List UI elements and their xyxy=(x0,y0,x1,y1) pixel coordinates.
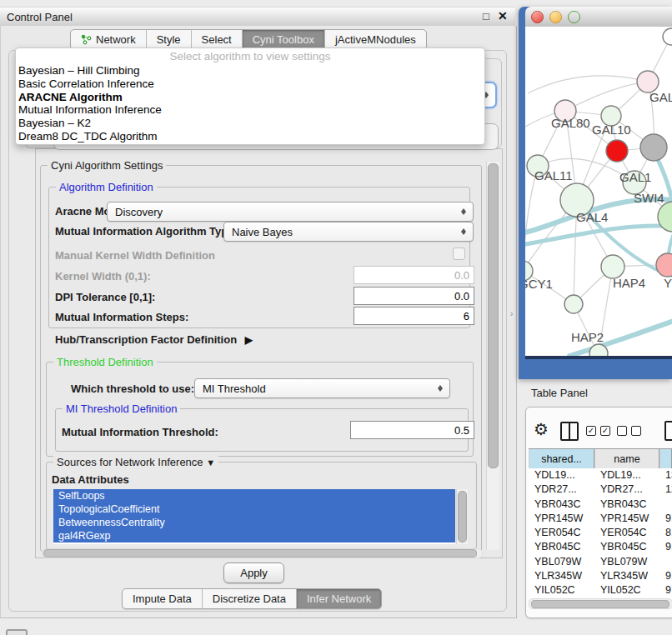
mi-threshold-label: Mutual Information Threshold: xyxy=(62,426,218,438)
network-node[interactable] xyxy=(640,134,667,161)
table-row[interactable]: YER054CYER054C8. xyxy=(529,526,672,540)
tab-infer-network[interactable]: Infer Network xyxy=(297,589,381,608)
network-view-canvas[interactable]: GALGAL80GAL10GAL1GAL11SWI4GAL4GCY1HAP4YH… xyxy=(525,27,672,356)
network-node-label: GAL xyxy=(649,90,672,104)
tab-discretize-data[interactable]: Discretize Data xyxy=(203,589,297,608)
close-icon[interactable] xyxy=(531,11,544,23)
attribute-list-item[interactable]: TopologicalCoefficient xyxy=(53,502,455,516)
network-window-titlebar[interactable] xyxy=(525,7,672,28)
table-cell: YDL19... xyxy=(529,468,594,482)
aracne-mode-combobox[interactable]: Discovery xyxy=(107,202,474,222)
table-row[interactable]: YDL19...YDL19...13 xyxy=(529,468,672,482)
dropdown-item[interactable]: Bayesian – Hill Climbing xyxy=(16,64,484,78)
network-node-label: GAL11 xyxy=(534,168,573,182)
kernel-width-label: Kernel Width (0,1): xyxy=(55,270,151,282)
show-all-columns-button[interactable]: ✓ ✓ xyxy=(586,426,610,436)
network-node[interactable] xyxy=(656,253,672,277)
minimize-icon[interactable] xyxy=(549,11,562,23)
tab-network[interactable]: Network xyxy=(71,30,147,49)
mi-steps-input[interactable]: 6 xyxy=(354,307,474,325)
tab-cyni-toolbox[interactable]: Cyni Toolbox xyxy=(243,30,325,49)
kernel-width-input[interactable]: 0.0 xyxy=(354,266,474,284)
table-cell: YBR043C xyxy=(529,498,594,512)
column-header-shared[interactable]: shared... xyxy=(529,449,594,469)
table-row[interactable]: YLR345WYLR345W9. xyxy=(529,569,672,583)
split-columns-icon[interactable] xyxy=(560,422,579,441)
gear-icon[interactable]: ⚙ xyxy=(534,420,549,438)
table-horizontal-scrollbar[interactable] xyxy=(529,598,672,609)
data-attributes-list[interactable]: SelfLoopsTopologicalCoefficientBetweenne… xyxy=(53,489,455,544)
manual-kernel-label: Manual Kernel Width Definition xyxy=(55,249,215,262)
checked-checkbox-icon: ✓ xyxy=(586,426,596,436)
table-cell: YIL052C xyxy=(529,583,594,598)
scrollbar-thumb[interactable] xyxy=(458,491,467,542)
control-panel-title: Control Panel xyxy=(0,11,73,23)
dropdown-item[interactable]: Dream8 DC_TDC Algorithm xyxy=(16,130,484,143)
app-root: Control Panel □ ✕ Network Style Select xyxy=(0,0,672,635)
tab-label: Select xyxy=(202,33,232,46)
settings-horizontal-scrollbar[interactable] xyxy=(42,548,483,558)
tab-style[interactable]: Style xyxy=(147,30,192,49)
attribute-list-item[interactable]: SelfLoops xyxy=(53,489,455,502)
dropdown-item[interactable]: Mutual Information Inference xyxy=(16,103,484,117)
hide-all-columns-button[interactable] xyxy=(617,426,641,436)
hub-definition-toggle[interactable]: Hub/Transcription Factor Definition ▶ xyxy=(55,333,253,346)
table-cell: YER054C xyxy=(594,526,659,540)
zoom-icon[interactable] xyxy=(568,11,580,23)
table-cell: 9. xyxy=(659,569,672,583)
table-body: YDL19...YDL19...13YDR27...YDR27...12YBR0… xyxy=(529,468,672,598)
panel-divider-handle[interactable]: › xyxy=(510,309,513,318)
apply-button-label: Apply xyxy=(240,567,268,579)
dropdown-item[interactable]: ARACNE Algorithm xyxy=(16,91,484,104)
tab-select[interactable]: Select xyxy=(192,30,243,49)
tab-label: Style xyxy=(157,33,181,46)
spinner-icon xyxy=(461,206,467,218)
table-cell: 13 xyxy=(659,468,672,482)
scrollbar-thumb[interactable] xyxy=(531,600,669,608)
table-row[interactable]: YDR27...YDR27...12 xyxy=(529,482,672,497)
column-header-partial[interactable] xyxy=(659,449,672,469)
scrollbar-thumb[interactable] xyxy=(43,549,477,558)
network-node[interactable] xyxy=(601,255,624,278)
manual-kernel-checkbox[interactable] xyxy=(453,248,465,260)
scrollbar-thumb[interactable] xyxy=(488,163,499,468)
table-cell: YIL052C xyxy=(594,583,659,598)
dropdown-item[interactable]: Basic Correlation Inference xyxy=(16,78,484,91)
which-threshold-combobox[interactable]: MI Threshold xyxy=(194,378,450,398)
table-cell: YBL079W xyxy=(529,555,594,569)
checked-checkbox-icon: ✓ xyxy=(600,426,610,436)
attribute-list-item[interactable]: BetweennessCentrality xyxy=(53,516,455,529)
table-cell: YER054C xyxy=(529,526,594,540)
table-cell: YBR043C xyxy=(594,498,659,512)
attributes-vertical-scrollbar[interactable] xyxy=(456,489,468,544)
close-icon[interactable]: ✕ xyxy=(498,9,508,22)
network-node[interactable] xyxy=(564,295,583,313)
attribute-list-item[interactable]: gal4RGexp xyxy=(53,529,455,542)
dpi-tolerance-input[interactable]: 0.0 xyxy=(354,287,474,305)
table-row[interactable]: YBL079WYBL079W xyxy=(529,555,672,569)
dropdown-item[interactable]: Bayesian – K2 xyxy=(16,117,484,130)
column-header-name[interactable]: name xyxy=(594,449,659,469)
table-cell xyxy=(659,555,672,569)
network-node-label: Y xyxy=(664,276,672,290)
mi-type-label: Mutual Information Algorithm Type: xyxy=(55,225,238,238)
mi-threshold-input[interactable]: 0.5 xyxy=(350,421,474,439)
network-node[interactable] xyxy=(606,140,628,162)
table-row[interactable]: YPR145WYPR145W9. xyxy=(529,512,672,526)
table-row[interactable]: YIL052CYIL052C9 xyxy=(529,583,672,598)
new-column-icon[interactable] xyxy=(664,421,672,441)
tab-jactivemnodules[interactable]: jActiveMNodules xyxy=(325,30,426,49)
network-node-label: HAP2 xyxy=(571,330,604,344)
apply-button[interactable]: Apply xyxy=(223,562,284,583)
bottom-corner-button[interactable] xyxy=(6,629,28,635)
table-row[interactable]: YBR045CYBR045C9. xyxy=(529,540,672,554)
settings-vertical-scrollbar[interactable] xyxy=(486,162,499,550)
float-window-icon[interactable]: □ xyxy=(483,10,489,22)
mi-type-combobox[interactable]: Naive Bayes xyxy=(223,222,474,242)
tab-impute-data[interactable]: Impute Data xyxy=(123,589,203,608)
table-row[interactable]: YBR043CYBR043C xyxy=(529,498,672,512)
sources-group-title[interactable]: Sources for Network Inference ▼ xyxy=(53,456,218,468)
algorithm-definition-title: Algorithm Definition xyxy=(56,181,157,193)
tab-label: Impute Data xyxy=(133,592,192,605)
network-node[interactable] xyxy=(663,28,672,45)
